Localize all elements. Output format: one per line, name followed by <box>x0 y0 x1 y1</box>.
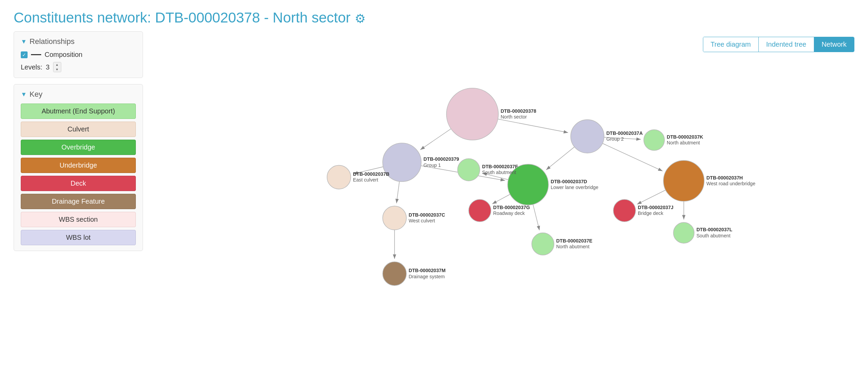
node-id-label: DTB-00002037F <box>482 164 518 169</box>
levels-value: 3 <box>46 63 49 71</box>
relationships-label: Relationships <box>30 37 75 46</box>
key-item: WBS lot <box>21 230 136 245</box>
key-item: Culvert <box>21 122 136 137</box>
svg-point-10 <box>663 160 704 201</box>
network-edge <box>492 194 510 204</box>
network-edge <box>546 147 575 170</box>
node-id-label: DTB-000020378 <box>501 108 536 114</box>
node-id-label: DTB-00002037L <box>696 227 733 232</box>
node-name-label: Group 2 <box>606 136 624 142</box>
node-id-label: DTB-00002037B <box>353 171 389 177</box>
node-id-label: DTB-00002037A <box>606 130 643 136</box>
svg-point-3 <box>571 120 604 153</box>
key-arrow: ▼ <box>21 91 27 98</box>
levels-spinner[interactable]: ▲ ▼ <box>53 62 61 72</box>
network-node[interactable]: DTB-00002037ENorth abutment <box>532 233 592 255</box>
key-item: Underbridge <box>21 158 136 173</box>
node-id-label: DTB-00002037E <box>556 238 592 244</box>
network-node[interactable]: DTB-00002037KNorth abutment <box>644 130 703 151</box>
node-name-label: Drainage system <box>408 274 445 279</box>
svg-point-11 <box>613 200 636 222</box>
svg-point-7 <box>532 233 554 255</box>
svg-point-14 <box>383 262 406 286</box>
node-name-label: North sector <box>501 114 527 120</box>
key-items: Abutment (End Support)CulvertOverbridgeU… <box>21 104 136 245</box>
network-node[interactable]: DTB-00002037BEast culvert <box>327 165 389 189</box>
composition-label: Composition <box>45 51 82 59</box>
title-dynamic: DTB-000020378 - North sector <box>155 10 351 26</box>
svg-point-12 <box>644 130 664 151</box>
composition-row: ✓ Composition <box>21 51 136 59</box>
network-edge <box>498 119 568 132</box>
network-edge <box>533 204 540 230</box>
composition-checkbox[interactable]: ✓ <box>21 51 28 58</box>
network-edge <box>420 129 451 150</box>
key-item: WBS section <box>21 212 136 227</box>
network-svg: DTB-000020378North sectorDTB-000020379Gr… <box>150 31 854 338</box>
network-edge <box>397 182 400 203</box>
node-name-label: West culvert <box>408 218 435 223</box>
network-node[interactable]: DTB-000020378North sector <box>447 88 536 140</box>
key-header[interactable]: ▼ Key <box>21 90 136 99</box>
network-edge <box>637 190 666 204</box>
key-item: Overbridge <box>21 140 136 155</box>
levels-label: Levels: <box>21 63 42 71</box>
levels-up[interactable]: ▲ <box>53 62 61 67</box>
levels-down[interactable]: ▼ <box>53 67 61 72</box>
gear-icon[interactable]: ⚙ <box>355 12 366 26</box>
node-id-label: DTB-00002037M <box>408 268 446 273</box>
node-name-label: North abutment <box>667 140 700 145</box>
key-item: Abutment (End Support) <box>21 104 136 119</box>
levels-row: Levels: 3 ▲ ▼ <box>21 62 136 72</box>
node-id-label: DTB-000020379 <box>423 156 459 162</box>
key-panel: ▼ Key Abutment (End Support)CulvertOverb… <box>14 84 143 251</box>
left-panel: ▼ Relationships ✓ Composition Levels: 3 … <box>14 31 143 338</box>
node-name-label: Group 1 <box>423 162 441 168</box>
composition-line <box>31 54 41 55</box>
node-name-label: Bridge deck <box>638 210 664 216</box>
node-id-label: DTB-00002037D <box>551 179 587 184</box>
key-item: Deck <box>21 176 136 191</box>
node-name-label: East culvert <box>353 177 378 183</box>
network-node[interactable]: DTB-000020379Group 1 <box>383 143 459 182</box>
network-node[interactable]: DTB-00002037LSouth abutment <box>673 222 732 243</box>
relationships-header[interactable]: ▼ Relationships <box>21 37 136 46</box>
svg-point-4 <box>327 165 351 189</box>
network-node[interactable]: DTB-00002037JBridge deck <box>613 200 674 222</box>
title-static: Constituents network: <box>14 10 151 26</box>
network-node[interactable]: DTB-00002037DLower lane overbridge <box>508 164 598 205</box>
node-id-label: DTB-00002037G <box>493 205 530 210</box>
relationships-arrow: ▼ <box>21 38 27 45</box>
node-name-label: South abutment <box>482 170 516 175</box>
network-node[interactable]: DTB-00002037MDrainage system <box>383 262 446 286</box>
relationships-panel: ▼ Relationships ✓ Composition Levels: 3 … <box>14 31 143 78</box>
node-name-label: West road underbridge <box>706 181 755 186</box>
node-name-label: Lower lane overbridge <box>551 185 598 190</box>
network-area: DTB-000020378North sectorDTB-000020379Gr… <box>150 31 854 338</box>
node-id-label: DTB-00002037H <box>706 175 743 181</box>
node-id-label: DTB-00002037K <box>667 134 704 140</box>
network-node[interactable]: DTB-00002037HWest road underbridge <box>663 160 755 201</box>
key-label: Key <box>30 90 43 99</box>
key-item: Drainage Feature <box>21 194 136 209</box>
network-node[interactable]: DTB-00002037AGroup 2 <box>571 120 643 153</box>
svg-point-8 <box>457 159 480 181</box>
network-node[interactable]: DTB-00002037CWest culvert <box>383 206 445 230</box>
svg-point-5 <box>383 206 406 230</box>
svg-point-13 <box>673 222 694 243</box>
node-name-label: Roadway deck <box>493 210 525 216</box>
svg-point-9 <box>469 200 491 222</box>
node-name-label: North abutment <box>556 244 590 249</box>
svg-point-1 <box>447 88 499 140</box>
node-id-label: DTB-00002037J <box>638 205 674 210</box>
node-name-label: South abutment <box>696 233 730 238</box>
page-title: Constituents network: DTB-000020378 - No… <box>0 0 868 31</box>
node-id-label: DTB-00002037C <box>408 212 445 218</box>
